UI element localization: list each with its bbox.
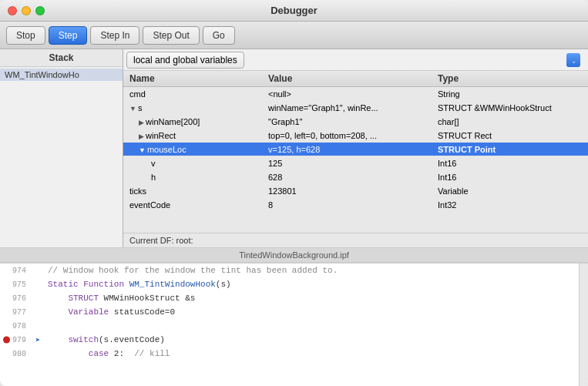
variables-panel: local and global variables Name Value Ty… bbox=[123, 49, 588, 247]
step-button[interactable]: Step bbox=[49, 26, 88, 45]
table-row[interactable]: v 125 Int16 bbox=[123, 156, 588, 170]
cell-value: 123801 bbox=[265, 186, 435, 196]
traffic-lights bbox=[8, 6, 45, 15]
line-number: 974 bbox=[0, 267, 31, 275]
table-row[interactable]: ▶winName[200] "Graph1" char[] bbox=[123, 115, 588, 129]
stack-item-label: WM_TintWindowHo bbox=[5, 70, 79, 79]
line-number: 975 bbox=[0, 280, 31, 289]
line-number: 978 bbox=[0, 322, 31, 331]
cell-value: winName="Graph1", winRe... bbox=[265, 102, 435, 113]
cell-type: Variable bbox=[435, 186, 585, 196]
cell-name: ticks bbox=[126, 186, 265, 196]
line-content: switch(s.eventCode) bbox=[45, 335, 579, 344]
code-panel: 974 // Window hook for the window the ti… bbox=[0, 263, 588, 386]
cell-name: ▶winName[200] bbox=[126, 116, 265, 127]
code-line-977: 977 Variable statusCode=0 bbox=[0, 305, 579, 319]
cell-value: 8 bbox=[265, 200, 435, 210]
file-name: TintedWindowBackground.ipf bbox=[239, 250, 349, 260]
cell-value: top=0, left=0, bottom=208, ... bbox=[265, 130, 435, 141]
cell-value: 628 bbox=[265, 172, 435, 183]
code-line-979: 979 ➤ switch(s.eventCode) bbox=[0, 333, 579, 347]
main-layout: Stack WM_TintWindowHo local and global v… bbox=[0, 49, 588, 386]
table-row-selected[interactable]: ▼mouseLoc v=125, h=628 STRUCT Point bbox=[123, 143, 588, 156]
line-content: // Window hook for the window the tint h… bbox=[45, 266, 579, 275]
line-content: Static Function WM_TintWindowHook(s) bbox=[45, 280, 579, 289]
minimize-button[interactable] bbox=[22, 6, 31, 15]
cell-type: char[] bbox=[435, 116, 585, 127]
stack-content[interactable]: WM_TintWindowHo bbox=[0, 67, 123, 247]
current-df-bar: Current DF: root: bbox=[123, 233, 588, 247]
cell-value: 125 bbox=[265, 158, 435, 169]
variables-table: Name Value Type cmd <null> String bbox=[123, 71, 588, 233]
table-row[interactable]: h 628 Int16 bbox=[123, 170, 588, 184]
stack-header: Stack bbox=[0, 49, 123, 67]
table-row[interactable]: ▶winRect top=0, left=0, bottom=208, ... … bbox=[123, 129, 588, 143]
file-separator: TintedWindowBackground.ipf bbox=[0, 247, 588, 263]
step-out-button[interactable]: Step Out bbox=[143, 26, 199, 45]
table-row[interactable]: cmd <null> String bbox=[123, 87, 588, 101]
collapse-arrow-icon: ▼ bbox=[139, 146, 146, 154]
current-line-arrow: ➤ bbox=[31, 335, 45, 345]
breakpoint-indicator bbox=[3, 337, 10, 344]
cell-name: h bbox=[126, 172, 265, 183]
col-name-header: Name bbox=[126, 72, 265, 85]
dropdown-arrow-icon bbox=[566, 53, 580, 67]
cell-value: <null> bbox=[265, 89, 435, 99]
step-in-button[interactable]: Step In bbox=[90, 26, 139, 45]
cell-type: Int16 bbox=[435, 158, 585, 169]
cell-type: STRUCT Rect bbox=[435, 130, 585, 141]
stack-item[interactable]: WM_TintWindowHo bbox=[0, 69, 123, 81]
cell-name: cmd bbox=[126, 89, 265, 99]
line-content: Variable statusCode=0 bbox=[45, 307, 579, 317]
stack-panel: Stack WM_TintWindowHo bbox=[0, 49, 123, 247]
cell-value: v=125, h=628 bbox=[265, 144, 435, 155]
table-row[interactable]: eventCode 8 Int32 bbox=[123, 198, 588, 212]
cell-type: Int32 bbox=[435, 200, 585, 210]
table-header: Name Value Type bbox=[123, 71, 588, 87]
stop-button[interactable]: Stop bbox=[6, 26, 45, 45]
maximize-button[interactable] bbox=[35, 6, 45, 15]
code-line-978: 978 bbox=[0, 319, 579, 333]
code-area: 974 // Window hook for the window the ti… bbox=[0, 263, 579, 386]
line-number: 976 bbox=[0, 294, 31, 303]
titlebar: Debugger bbox=[0, 0, 588, 22]
table-body[interactable]: cmd <null> String ▼s winName="Graph1", w… bbox=[123, 87, 588, 233]
expand-arrow-icon: ▶ bbox=[139, 119, 144, 126]
top-section: Stack WM_TintWindowHo local and global v… bbox=[0, 49, 588, 247]
current-df-value: root: bbox=[176, 236, 193, 245]
line-content: STRUCT WMWinHookStruct &s bbox=[45, 294, 579, 303]
toolbar: Stop Step Step In Step Out Go bbox=[0, 22, 588, 49]
cell-type: STRUCT Point bbox=[435, 144, 585, 155]
cell-name: ▼mouseLoc bbox=[126, 144, 265, 155]
close-button[interactable] bbox=[8, 6, 17, 15]
code-line-975: 975 Static Function WM_TintWindowHook(s) bbox=[0, 277, 579, 291]
line-number-breakpoint: 979 bbox=[0, 336, 31, 344]
line-number: 980 bbox=[0, 350, 31, 358]
window-title: Debugger bbox=[270, 5, 318, 16]
table-row[interactable]: ▼s winName="Graph1", winRe... STRUCT &WM… bbox=[123, 101, 588, 115]
variables-dropdown[interactable]: local and global variables bbox=[126, 52, 244, 69]
current-df-label: Current DF: bbox=[129, 236, 173, 245]
variables-dropdown-container: local and global variables bbox=[126, 52, 585, 69]
cell-name: ▼s bbox=[126, 102, 265, 113]
col-type-header: Type bbox=[435, 72, 585, 85]
code-line-974: 974 // Window hook for the window the ti… bbox=[0, 263, 579, 277]
table-row[interactable]: ticks 123801 Variable bbox=[123, 184, 588, 198]
cell-type: STRUCT &WMWinHookStruct bbox=[435, 102, 585, 113]
cell-name: v bbox=[126, 158, 265, 169]
code-scrollbar[interactable] bbox=[579, 263, 588, 386]
cell-type: String bbox=[435, 89, 585, 99]
cell-name: eventCode bbox=[126, 200, 265, 210]
cell-value: "Graph1" bbox=[265, 116, 435, 127]
code-line-976: 976 STRUCT WMWinHookStruct &s bbox=[0, 291, 579, 305]
code-line-980: 980 case 2: // kill bbox=[0, 347, 579, 361]
line-number: 977 bbox=[0, 308, 31, 317]
cell-type: Int16 bbox=[435, 172, 585, 183]
line-content: case 2: // kill bbox=[45, 349, 579, 358]
col-value-header: Value bbox=[265, 72, 435, 85]
cell-name: ▶winRect bbox=[126, 130, 265, 141]
variables-bar: local and global variables bbox=[123, 49, 588, 71]
collapse-arrow-icon: ▼ bbox=[129, 105, 136, 112]
expand-arrow-icon: ▶ bbox=[139, 133, 144, 140]
go-button[interactable]: Go bbox=[203, 26, 235, 45]
